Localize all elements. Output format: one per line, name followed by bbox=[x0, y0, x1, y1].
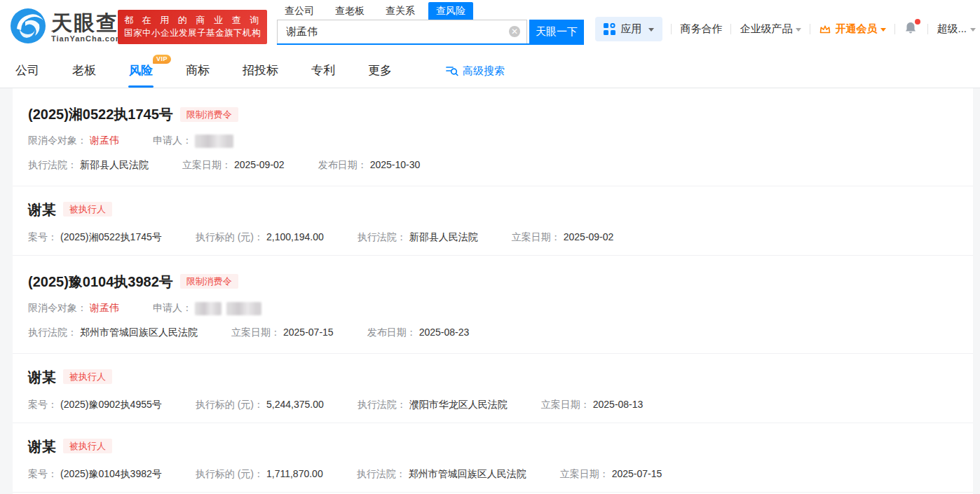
case-title[interactable]: (2025)湘0522执1745号 bbox=[28, 105, 173, 123]
case-field: 执行法院： 新邵县人民法院 bbox=[28, 158, 149, 172]
field-label: 执行法院： bbox=[357, 467, 406, 481]
field-label: 执行法院： bbox=[28, 158, 77, 172]
vip-badge: VIP bbox=[153, 55, 171, 64]
case-header: 谢某 被执行人 bbox=[28, 437, 958, 455]
field-value: 郑州市管城回族区人民法院 bbox=[80, 325, 198, 339]
field-label: 执行标的 (元)： bbox=[196, 230, 264, 244]
nav-item-label: 商标 bbox=[186, 64, 210, 77]
field-label: 立案日期： bbox=[512, 230, 561, 244]
case-header: (2025)豫0104执3982号 限制消费令 bbox=[28, 273, 958, 291]
notification-dot bbox=[915, 19, 920, 25]
nav-item[interactable]: 老板 bbox=[72, 53, 96, 88]
nav-item-label: 更多 bbox=[368, 64, 392, 77]
field-label: 发布日期： bbox=[318, 158, 367, 172]
advanced-search-button[interactable]: 高级搜索 bbox=[446, 53, 505, 88]
case-rows: 案号： (2025)豫0104执3982号 执行标的 (元)： 1,711,87… bbox=[28, 467, 958, 481]
nav-item[interactable]: 更多 bbox=[368, 53, 392, 88]
divider bbox=[894, 24, 895, 34]
field-label: 申请人： bbox=[153, 133, 192, 147]
divider bbox=[730, 24, 731, 34]
apps-menu-button[interactable]: 应用 bbox=[595, 17, 662, 41]
divider bbox=[927, 24, 928, 34]
field-value: 濮阳市华龙区人民法院 bbox=[409, 397, 508, 411]
field-value: 5,244,375.00 bbox=[266, 397, 324, 411]
field-label: 立案日期： bbox=[231, 325, 280, 339]
case-card: 谢某 被执行人 案号： (2025)豫0104执3982号 执行标的 (元)： … bbox=[13, 423, 973, 493]
header-menu: 应用 商务合作 企业级产品 开通会员 bbox=[595, 17, 976, 41]
field-value: (2025)湘0522执1745号 bbox=[60, 230, 162, 244]
field-value: (2025)豫0902执4955号 bbox=[60, 397, 162, 411]
case-card: (2025)豫0104执3982号 限制消费令 限消令对象： 谢孟伟 申请人： … bbox=[13, 256, 973, 354]
case-field: 立案日期： 2025-09-02 bbox=[182, 158, 285, 172]
field-value: 2,100,194.00 bbox=[266, 230, 324, 244]
nav-item-label: 招投标 bbox=[243, 64, 278, 77]
case-title[interactable]: 谢某 bbox=[28, 437, 56, 455]
field-value bbox=[195, 133, 238, 148]
chevron-down-icon bbox=[970, 28, 976, 32]
nav-item[interactable]: 招投标 bbox=[243, 53, 278, 88]
account-menu[interactable]: 超级... bbox=[937, 22, 976, 36]
case-field: 发布日期： 2025-08-23 bbox=[367, 325, 470, 339]
case-type-badge: 被执行人 bbox=[63, 369, 112, 384]
results-area: (2025)湘0522执1745号 限制消费令 限消令对象： 谢孟伟 申请人： … bbox=[0, 88, 980, 494]
nav-item[interactable]: 专利 bbox=[311, 53, 335, 88]
nav-item[interactable]: 风险 VIP bbox=[129, 53, 153, 88]
field-value: 郑州市管城回族区人民法院 bbox=[409, 467, 526, 481]
case-field: 案号： (2025)豫0104执3982号 bbox=[28, 467, 162, 481]
apps-grid-icon bbox=[604, 23, 615, 35]
field-label: 案号： bbox=[28, 467, 57, 481]
case-field: 执行标的 (元)： 1,711,870.00 bbox=[196, 467, 323, 481]
search-scope-tab[interactable]: 查风险 bbox=[428, 2, 473, 20]
nav-item-label: 老板 bbox=[72, 64, 96, 77]
case-header: (2025)湘0522执1745号 限制消费令 bbox=[28, 105, 958, 123]
case-rows: 案号： (2025)湘0522执1745号 执行标的 (元)： 2,100,19… bbox=[28, 230, 958, 244]
case-field: 案号： (2025)湘0522执1745号 bbox=[28, 230, 162, 244]
open-membership-button[interactable]: 开通会员 bbox=[819, 22, 886, 36]
case-title[interactable]: (2025)豫0104执3982号 bbox=[28, 273, 173, 291]
search-scope-tab[interactable]: 查关系 bbox=[378, 2, 423, 20]
search-scope-tab[interactable]: 查老板 bbox=[327, 2, 372, 20]
field-label: 限消令对象： bbox=[28, 301, 87, 315]
field-label: 执行法院： bbox=[28, 325, 77, 339]
case-title[interactable]: 谢某 bbox=[28, 200, 56, 219]
tianyancha-logo[interactable]: 天眼查 TianYanCha.com bbox=[10, 8, 123, 47]
notifications-bell-icon[interactable] bbox=[904, 21, 918, 38]
divider bbox=[671, 24, 672, 34]
chevron-down-icon bbox=[880, 28, 886, 32]
field-value: 2025-09-02 bbox=[564, 230, 614, 244]
field-value: 新邵县人民法院 bbox=[80, 158, 149, 172]
field-value: 2025-08-13 bbox=[593, 397, 644, 411]
case-rows: 限消令对象： 谢孟伟 申请人： 执行法院： 新邵县人民法院 立案日期： 2025… bbox=[28, 133, 958, 172]
case-detail-row: 限消令对象： 谢孟伟 申请人： bbox=[28, 133, 958, 148]
case-field: 执行法院： 新邵县人民法院 bbox=[358, 230, 478, 244]
case-detail-row: 案号： (2025)豫0104执3982号 执行标的 (元)： 1,711,87… bbox=[28, 467, 958, 481]
enterprise-products-menu[interactable]: 企业级产品 bbox=[740, 22, 801, 36]
search-input[interactable] bbox=[277, 20, 527, 43]
redacted-value bbox=[195, 302, 222, 315]
advanced-search-icon bbox=[446, 64, 458, 77]
field-label: 案号： bbox=[28, 397, 57, 411]
nav-item[interactable]: 商标 bbox=[186, 53, 210, 88]
case-type-badge: 限制消费令 bbox=[180, 274, 238, 289]
field-value: 谢孟伟 bbox=[90, 301, 119, 315]
clear-search-icon[interactable]: ✕ bbox=[509, 26, 520, 37]
nav-item-label: 专利 bbox=[311, 64, 335, 77]
case-type-badge: 被执行人 bbox=[63, 202, 112, 217]
logo-title: 天眼查 bbox=[51, 12, 123, 34]
case-card: 谢某 被执行人 案号： (2025)豫0902执4955号 执行标的 (元)： … bbox=[13, 354, 973, 423]
search-area: 查公司查老板查关系查风险 ✕ 天眼一下 bbox=[277, 2, 584, 45]
category-nav: 公司 老板 风险 VIP 商标 招投标 专利 更多 高级搜索 bbox=[0, 53, 980, 88]
case-title[interactable]: 谢某 bbox=[28, 368, 56, 386]
field-value: 2025-10-30 bbox=[370, 158, 421, 172]
business-cooperation-link[interactable]: 商务合作 bbox=[680, 22, 722, 36]
field-label: 限消令对象： bbox=[28, 133, 87, 147]
case-field: 执行标的 (元)： 5,244,375.00 bbox=[196, 397, 324, 411]
search-scope-tab[interactable]: 查公司 bbox=[277, 2, 322, 20]
divider bbox=[810, 24, 810, 34]
field-value: 2025-07-15 bbox=[283, 325, 334, 339]
case-field: 立案日期： 2025-08-13 bbox=[541, 397, 644, 411]
field-label: 执行标的 (元)： bbox=[196, 397, 264, 411]
nav-item[interactable]: 公司 bbox=[15, 53, 39, 88]
field-value: 2025-08-23 bbox=[419, 325, 470, 339]
search-button[interactable]: 天眼一下 bbox=[529, 20, 584, 43]
